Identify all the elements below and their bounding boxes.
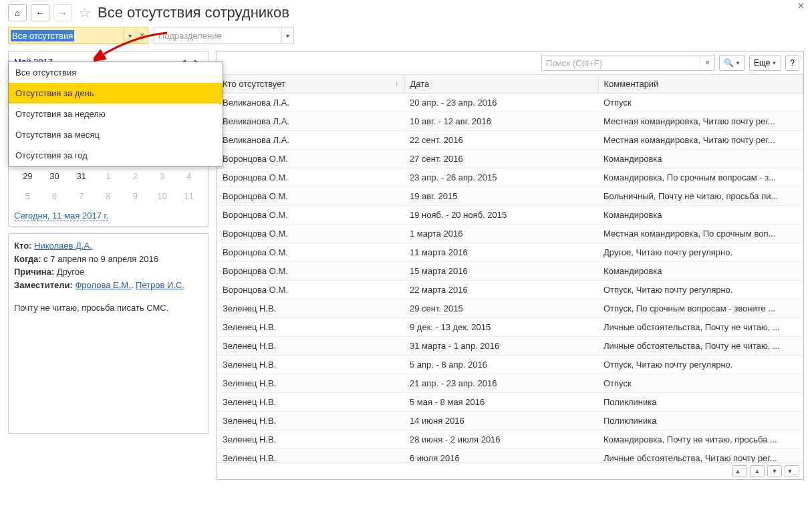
table-row[interactable]: Зеленец Н.В.31 марта - 1 апр. 2016Личные…: [217, 337, 803, 356]
table-row[interactable]: Зеленец Н.В.5 апр. - 8 апр. 2016Отпуск, …: [217, 356, 803, 374]
table-nav-top[interactable]: ▲—: [732, 465, 747, 477]
cell-who: Воронцова О.М.: [217, 225, 404, 243]
table-row[interactable]: Воронцова О.М.19 нояб. - 20 нояб. 2015Ко…: [217, 206, 803, 225]
col-header-date[interactable]: Дата: [404, 75, 598, 94]
table-row[interactable]: Зеленец Н.В.29 сент. 2015Отпуск, По сроч…: [217, 299, 803, 318]
filter-period-input[interactable]: Все отсутствия ▾ ×: [8, 27, 148, 44]
home-icon: ⌂: [15, 8, 20, 18]
search-input-wrap: ×: [541, 55, 715, 71]
calendar-day[interactable]: 5: [15, 187, 40, 206]
cell-date: 21 апр. - 23 апр. 2016: [404, 374, 598, 393]
search-clear-button[interactable]: ×: [700, 55, 714, 70]
search-input[interactable]: [542, 58, 700, 68]
help-button[interactable]: ?: [785, 55, 799, 71]
cell-who: Великанова Л.А.: [217, 94, 404, 112]
calendar-day[interactable]: 11: [176, 187, 202, 206]
calendar-day[interactable]: 7: [69, 187, 94, 206]
calendar-today-link[interactable]: Сегодня, 11 мая 2017 г.: [14, 211, 108, 221]
table-row[interactable]: Зеленец Н.В.14 июня 2016Поликлиника: [217, 412, 803, 430]
cell-comment: Личные обстоятельства, Читаю почту рег..…: [598, 449, 803, 463]
cell-who: Зеленец Н.В.: [217, 449, 404, 463]
filter-period-value: Все отсутствия: [11, 30, 74, 41]
calendar-day[interactable]: 9: [122, 187, 148, 206]
calendar-day[interactable]: 2: [122, 167, 148, 186]
table-row[interactable]: Воронцова О.М.23 апр. - 26 апр. 2015Кома…: [217, 168, 803, 187]
table-panel: × 🔍▼ Еще ▼ ? Кто отсутствует↓ Дата Комме…: [217, 51, 804, 480]
cell-who: Зеленец Н.В.: [217, 393, 404, 412]
cell-comment: Командировка, По срочным вопросам - з...: [598, 168, 803, 187]
calendar-day[interactable]: 31: [69, 167, 94, 186]
table-row[interactable]: Великанова Л.А.10 авг. - 12 авг. 2016Мес…: [217, 112, 803, 131]
calendar-day[interactable]: 30: [41, 167, 67, 186]
calendar-day[interactable]: 29: [15, 167, 40, 186]
filter-period-dropdown-button[interactable]: ▾: [124, 27, 136, 43]
table-nav-up[interactable]: ▲: [750, 465, 765, 477]
cell-who: Зеленец Н.В.: [217, 318, 404, 337]
dropdown-item[interactable]: Отсутствия за год: [9, 145, 223, 166]
table-row[interactable]: Зеленец Н.В.21 апр. - 23 апр. 2016Отпуск: [217, 374, 803, 393]
filter-department-dropdown-button[interactable]: ▾: [281, 27, 293, 43]
table-row[interactable]: Воронцова О.М.1 марта 2016Местная команд…: [217, 225, 803, 243]
close-icon[interactable]: ×: [798, 0, 804, 12]
cell-who: Зеленец Н.В.: [217, 412, 404, 430]
table-row[interactable]: Воронцова О.М.15 марта 2016Командировка: [217, 262, 803, 281]
cell-comment: Местная командировка, По срочным воп...: [598, 225, 803, 243]
filter-period-clear-button[interactable]: ×: [136, 27, 148, 43]
col-header-comment[interactable]: Комментарий: [598, 75, 803, 94]
dropdown-item[interactable]: Отсутствия за день: [9, 83, 223, 104]
filter-department-input[interactable]: Подразделение ▾: [154, 27, 294, 44]
table-row[interactable]: Зеленец Н.В.9 дек. - 13 дек. 2015Личные …: [217, 318, 803, 337]
calendar-day[interactable]: 4: [176, 167, 202, 186]
table-row[interactable]: Зеленец Н.В.6 июля 2016Личные обстоятель…: [217, 449, 803, 463]
info-when-label: Когда:: [14, 254, 41, 264]
table-row[interactable]: Великанова Л.А.20 апр. - 23 апр. 2016Отп…: [217, 94, 803, 112]
calendar-day[interactable]: 3: [149, 167, 174, 186]
info-sub2-link[interactable]: Петров И.С.: [136, 280, 184, 290]
cell-date: 20 апр. - 23 апр. 2016: [404, 94, 598, 112]
cell-date: 19 авг. 2015: [404, 187, 598, 206]
cell-date: 11 марта 2016: [404, 243, 598, 262]
cell-who: Воронцова О.М.: [217, 150, 404, 168]
dropdown-item[interactable]: Отсутствия за месяц: [9, 124, 223, 145]
cell-date: 1 марта 2016: [404, 225, 598, 243]
cell-date: 29 сент. 2015: [404, 299, 598, 318]
table-nav-bottom[interactable]: ▼—: [785, 465, 799, 477]
calendar-day[interactable]: 10: [149, 187, 174, 206]
home-button[interactable]: ⌂: [8, 4, 27, 21]
table-row[interactable]: Зеленец Н.В.5 мая - 8 мая 2016Поликлиник…: [217, 393, 803, 412]
arrow-left-icon: ←: [35, 8, 44, 18]
table-row[interactable]: Воронцова О.М.27 сент. 2016Командировка: [217, 150, 803, 168]
table-row[interactable]: Воронцова О.М.22 марта 2016Отпуск, Читаю…: [217, 281, 803, 299]
cell-date: 6 июля 2016: [404, 449, 598, 463]
calendar-day[interactable]: 6: [41, 187, 67, 206]
dropdown-item[interactable]: Отсутствия за неделю: [9, 104, 223, 124]
cell-date: 10 авг. - 12 авг. 2016: [404, 112, 598, 131]
period-dropdown-menu: Все отсутствияОтсутствия за деньОтсутств…: [8, 61, 223, 166]
star-icon[interactable]: ☆: [76, 5, 94, 21]
dropdown-item[interactable]: Все отсутствия: [9, 62, 223, 83]
cell-comment: Отпуск: [598, 374, 803, 393]
cell-who: Зеленец Н.В.: [217, 356, 404, 374]
search-button[interactable]: 🔍▼: [719, 55, 745, 71]
table-row[interactable]: Зеленец Н.В.28 июня - 2 июля 2016Команди…: [217, 430, 803, 449]
cell-comment: Командировка, Почту не читаю, просьба ..…: [598, 430, 803, 449]
more-button[interactable]: Еще ▼: [749, 55, 781, 71]
cell-date: 23 апр. - 26 апр. 2015: [404, 168, 598, 187]
back-button[interactable]: ←: [31, 4, 49, 21]
col-header-who[interactable]: Кто отсутствует↓: [217, 75, 404, 94]
cell-comment: Поликлиника: [598, 412, 803, 430]
table-row[interactable]: Воронцова О.М.11 марта 2016Другое, Читаю…: [217, 243, 803, 262]
info-when-text: с 7 апреля по 9 апреля 2016: [41, 254, 158, 264]
info-panel: Кто: Николаев Д.А. Когда: с 7 апреля по …: [8, 233, 209, 434]
info-who-link[interactable]: Николаев Д.А.: [34, 241, 92, 251]
table-row[interactable]: Великанова Л.А.22 сент. 2016Местная кома…: [217, 131, 803, 150]
calendar-day[interactable]: 8: [96, 187, 121, 206]
calendar-day[interactable]: 1: [96, 167, 121, 186]
cell-who: Воронцова О.М.: [217, 168, 404, 187]
info-sub1-link[interactable]: Фролова Е.М.: [75, 280, 130, 290]
chevron-down-icon: ▼: [735, 60, 740, 66]
info-who-label: Кто:: [14, 241, 31, 251]
cell-who: Воронцова О.М.: [217, 187, 404, 206]
table-nav-down[interactable]: ▼: [767, 465, 782, 477]
table-row[interactable]: Воронцова О.М.19 авг. 2015Больничный, По…: [217, 187, 803, 206]
